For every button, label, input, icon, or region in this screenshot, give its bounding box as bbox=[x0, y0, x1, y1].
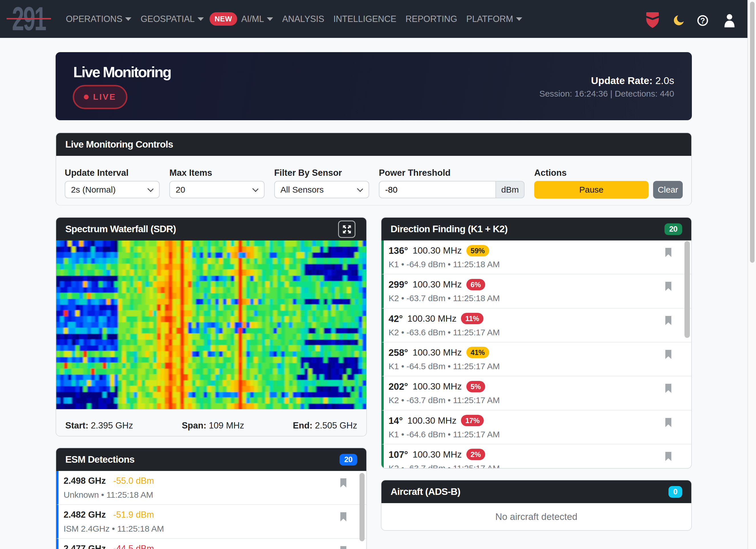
svg-text:?: ? bbox=[700, 17, 705, 25]
